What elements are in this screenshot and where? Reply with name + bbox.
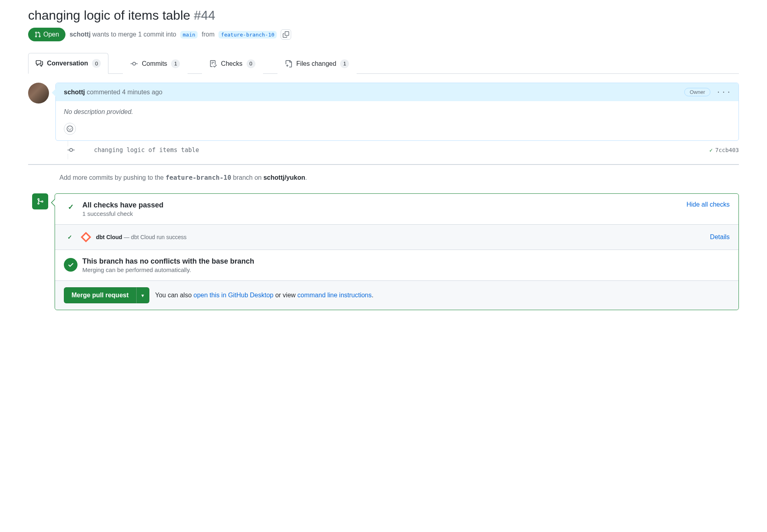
pr-tabs: Conversation 0 Commits 1 Checks 0 Files … <box>28 53 739 74</box>
check-icon: ✓ <box>64 234 76 240</box>
check-icon[interactable]: ✓ <box>710 147 713 153</box>
check-circle-icon <box>64 258 78 272</box>
checks-title: All checks have passed <box>82 201 163 209</box>
git-pull-request-icon <box>35 31 41 38</box>
kebab-menu-icon[interactable]: · · · <box>718 89 730 96</box>
push-hint-branch: feature-branch-10 <box>165 174 231 181</box>
tab-files-changed[interactable]: Files changed 1 <box>277 53 357 74</box>
git-commit-icon <box>67 146 75 154</box>
tab-conversation-count: 0 <box>92 59 101 68</box>
tab-files-count: 1 <box>340 59 349 68</box>
check-details-link[interactable]: Details <box>710 234 730 241</box>
base-branch[interactable]: main <box>180 31 198 39</box>
merge-badge <box>32 193 48 209</box>
pr-status-label: Open <box>43 31 59 38</box>
dbt-icon <box>81 232 91 242</box>
add-reaction-button[interactable] <box>64 123 76 135</box>
push-hint-middle: branch on <box>231 174 263 181</box>
check-detail-section: ✓ dbt Cloud — dbt Cloud run success Deta… <box>55 224 738 250</box>
tab-checks-count: 0 <box>247 59 255 68</box>
checklist-icon <box>210 60 217 67</box>
cli-instructions-link[interactable]: command line instructions <box>298 292 372 298</box>
merge-pr-caret-button[interactable]: ▾ <box>136 287 149 303</box>
pr-merge-text: wants to merge 1 commit into <box>92 31 176 38</box>
owner-badge: Owner <box>684 88 710 96</box>
smiley-icon <box>67 126 73 132</box>
git-commit-icon <box>131 60 138 67</box>
commit-message[interactable]: changing logic of items table <box>94 146 199 154</box>
copy-icon <box>283 31 289 38</box>
avatar[interactable] <box>28 83 49 104</box>
conflict-subtitle: Merging can be performed automatically. <box>82 266 254 273</box>
check-name: dbt Cloud <box>96 234 122 240</box>
merge-also-text: You can also open this in GitHub Desktop… <box>155 292 373 299</box>
comment-action: commented <box>87 89 120 95</box>
git-merge-icon <box>37 198 44 205</box>
head-branch[interactable]: feature-branch-10 <box>218 31 277 39</box>
comment-box: schottj commented 4 minutes ago Owner · … <box>55 83 739 141</box>
merge-pr-button[interactable]: Merge pull request <box>64 287 136 303</box>
pr-title: changing logic of items table #44 <box>28 8 739 23</box>
comment-header: schottj commented 4 minutes ago Owner · … <box>56 83 738 101</box>
merge-actions: Merge pull request ▾ You can also open t… <box>55 280 738 310</box>
conflict-title: This branch has no conflicts with the ba… <box>82 257 254 266</box>
commit-row: changing logic of items table ✓ 7ccb403 <box>28 141 739 159</box>
comment-author[interactable]: schottj <box>64 89 85 95</box>
push-hint-repo: schottj/yukon <box>263 174 305 181</box>
pr-number: #44 <box>194 8 215 22</box>
checks-subtitle: 1 successful check <box>82 210 163 217</box>
hide-checks-link[interactable]: Hide all checks <box>686 201 730 208</box>
tab-commits[interactable]: Commits 1 <box>123 53 188 74</box>
divider <box>28 164 739 165</box>
tab-checks-label: Checks <box>221 60 242 67</box>
conflict-section: This branch has no conflicts with the ba… <box>55 250 738 280</box>
tab-conversation[interactable]: Conversation 0 <box>28 53 108 74</box>
triangle-down-icon: ▾ <box>141 292 144 298</box>
from-text: from <box>202 31 214 38</box>
pr-status-open-badge: Open <box>28 28 65 41</box>
tab-commits-label: Commits <box>142 60 167 67</box>
push-hint-suffix: . <box>305 174 307 181</box>
comment-body: No description provided. <box>56 101 738 123</box>
pr-meta: Open schottj wants to merge 1 commit int… <box>28 28 739 41</box>
check-desc: — dbt Cloud run success <box>124 234 186 240</box>
tab-conversation-label: Conversation <box>47 60 88 67</box>
commit-sha[interactable]: 7ccb403 <box>715 147 739 153</box>
push-hint: Add more commits by pushing to the featu… <box>59 174 739 181</box>
open-desktop-link[interactable]: open this in GitHub Desktop <box>194 292 273 298</box>
checks-summary-section: ✓ All checks have passed 1 successful ch… <box>55 194 738 224</box>
pr-author[interactable]: schottj <box>69 31 90 38</box>
tab-checks[interactable]: Checks 0 <box>202 53 263 74</box>
pr-title-text: changing logic of items table <box>28 8 190 22</box>
merge-box: ✓ All checks have passed 1 successful ch… <box>55 193 739 310</box>
tab-commits-count: 1 <box>171 59 180 68</box>
timeline: schottj commented 4 minutes ago Owner · … <box>28 83 739 141</box>
file-diff-icon <box>285 60 292 67</box>
comment-discussion-icon <box>36 60 43 67</box>
comment-time[interactable]: 4 minutes ago <box>122 89 163 95</box>
check-icon: ✓ <box>64 203 78 211</box>
merge-panel: ✓ All checks have passed 1 successful ch… <box>28 193 739 310</box>
push-hint-prefix: Add more commits by pushing to the <box>59 174 165 181</box>
copy-branch-button[interactable] <box>281 29 291 40</box>
tab-files-label: Files changed <box>296 60 337 67</box>
